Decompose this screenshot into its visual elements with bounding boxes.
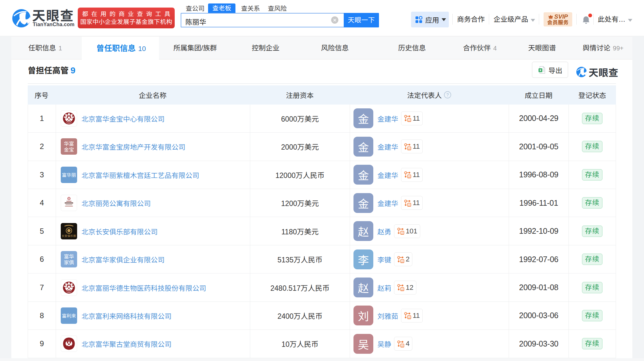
svg-text:企: 企 [401,259,404,262]
svg-text:企: 企 [408,147,410,150]
svg-text:企: 企 [408,175,410,178]
svg-text:企: 企 [408,203,410,206]
svg-text:企: 企 [401,231,404,234]
svg-text:?: ? [446,92,449,97]
svg-text:企: 企 [408,118,410,122]
svg-text:企: 企 [401,344,404,347]
svg-text:长安俱乐部: 长安俱乐部 [62,234,76,238]
svg-text:企: 企 [408,316,410,319]
svg-text:企: 企 [401,288,404,291]
